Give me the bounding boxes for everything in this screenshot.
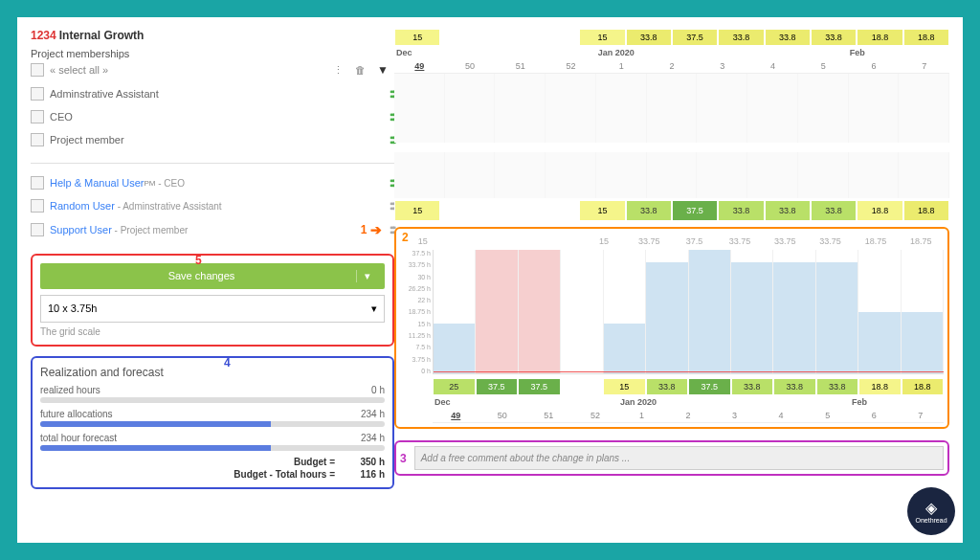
memberships-label: Project memberships (31, 48, 394, 59)
role-checkbox[interactable] (31, 87, 44, 101)
onethread-logo-icon: ◈ (925, 499, 937, 517)
role-checkbox[interactable] (31, 133, 44, 146)
annotation-2: 2 (402, 231, 409, 244)
forecast-title: Realization and forecast (40, 366, 385, 379)
annotation-4: 4 (224, 356, 231, 370)
annotation-1: 1 (361, 223, 368, 236)
chevron-down-icon: ▾ (371, 302, 377, 315)
user-checkbox[interactable] (31, 223, 44, 236)
save-dropdown-icon[interactable]: ▾ (356, 270, 378, 282)
month-row: DecJan 2020Feb (394, 46, 949, 59)
future-val: 234 h (361, 409, 385, 419)
diff-label: Budget - Total hours = (234, 469, 335, 480)
bottom-allocation-row[interactable]: 2537.537.51533.837.533.833.833.818.818.8 (433, 378, 944, 395)
arrow-icon: ➔ (370, 222, 382, 237)
role-track[interactable] (394, 97, 949, 120)
realized-bar (40, 397, 385, 403)
scale-label: The grid scale (40, 326, 385, 337)
total-val: 234 h (361, 433, 385, 443)
week-row: 495051521234567 (394, 59, 949, 74)
summary-bar: 151533.837.533.833.833.818.818.8 (394, 29, 949, 46)
user-checkbox[interactable] (31, 176, 44, 190)
more-icon[interactable]: ⋮ (327, 64, 349, 77)
annotation-5: 5 (195, 254, 202, 267)
budget-label: Budget = (294, 457, 335, 467)
total-label: total hour forecast (40, 433, 117, 443)
diff-val: 116 h (346, 469, 385, 480)
budget-val: 350 h (346, 457, 385, 467)
role-track[interactable] (394, 74, 949, 97)
role-checkbox[interactable] (31, 110, 44, 123)
chart-top-labels: 151533.7537.533.7533.7533.7518.7518.75 (400, 233, 944, 250)
select-all-checkbox[interactable] (31, 63, 44, 77)
chart-columns[interactable] (434, 250, 944, 373)
annotation-3: 3 (400, 452, 407, 465)
scale-select[interactable]: 10 x 3.75h▾ (40, 295, 385, 323)
realized-label: realized hours (40, 385, 100, 395)
role-name: CEO (50, 111, 73, 123)
week-row: 495051521234567 (433, 409, 944, 423)
user-link[interactable]: Support User (50, 224, 112, 235)
user-checkbox[interactable] (31, 199, 44, 213)
role-name: Adminstrative Assistant (50, 88, 159, 100)
future-label: future allocations (40, 409, 113, 419)
filter-icon[interactable]: ▼ (371, 63, 394, 77)
user-link[interactable]: Random User (50, 200, 115, 212)
role-track[interactable] (394, 120, 949, 143)
project-name: Internal Growth (59, 29, 145, 42)
pm-badge: PM (144, 179, 155, 188)
user-role: - CEO (155, 178, 185, 189)
y-axis: 37.5 h33.75 h30 h26.25 h22 h18.75 h15 h1… (400, 250, 433, 374)
future-bar (40, 421, 385, 427)
user-link[interactable]: Help & Manual User (50, 177, 144, 189)
comment-input[interactable]: Add a free comment about the change in p… (414, 446, 944, 470)
role-name: Project member (50, 134, 124, 146)
realized-val: 0 h (371, 385, 385, 395)
save-button[interactable]: Save changes ▾ (40, 263, 385, 289)
user-track[interactable] (394, 175, 949, 198)
user-role: - Project member (112, 225, 188, 235)
total-bar (40, 445, 385, 451)
allocation-row[interactable]: 151533.837.533.833.833.818.818.8 (394, 200, 949, 221)
month-row: DecJan 2020Feb (433, 395, 944, 409)
trash-icon[interactable]: 🗑 (349, 64, 371, 76)
onethread-badge: ◈ Onethread (907, 487, 955, 535)
user-role: - Adminstrative Assistant (115, 201, 222, 212)
select-all-label: « select all » (50, 64, 108, 76)
user-track[interactable] (394, 152, 949, 175)
project-id: 1234 (31, 29, 56, 42)
threshold-line (434, 371, 944, 372)
